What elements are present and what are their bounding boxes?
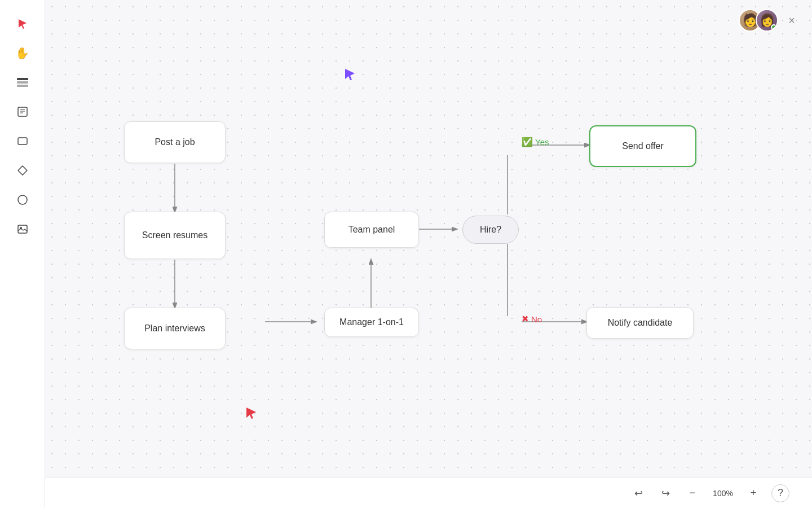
rectangle-tool[interactable] — [10, 129, 35, 154]
svg-point-7 — [18, 195, 27, 204]
circle-tool[interactable] — [10, 187, 35, 212]
note-tool[interactable] — [10, 99, 35, 124]
zoom-in-button[interactable]: + — [744, 484, 762, 502]
bottom-toolbar: ↩ ↪ − 100% + ? — [45, 478, 812, 508]
zoom-level: 100% — [710, 489, 735, 498]
post-a-job-node[interactable]: Post a job — [124, 121, 226, 163]
hand-tool[interactable]: ✋ — [10, 41, 35, 65]
hire-decision-node[interactable]: Hire? — [462, 216, 519, 244]
svg-rect-2 — [17, 81, 28, 84]
table-tool[interactable] — [10, 70, 35, 95]
yes-label: ✅ Yes — [522, 137, 549, 147]
notify-candidate-node[interactable]: Notify candidate — [586, 307, 694, 339]
diamond-tool[interactable] — [10, 158, 35, 183]
redo-button[interactable]: ↪ — [656, 484, 674, 502]
send-offer-node[interactable]: Send offer — [589, 125, 696, 167]
svg-marker-6 — [18, 166, 27, 175]
svg-rect-5 — [18, 138, 27, 144]
plan-interviews-node[interactable]: Plan interviews — [124, 308, 226, 349]
no-label: ✖ No — [522, 314, 542, 324]
svg-rect-1 — [17, 78, 28, 80]
canvas[interactable]: Post a job Screen resumes Plan interview… — [45, 0, 812, 508]
red-cursor-bottom — [245, 406, 257, 423]
svg-marker-0 — [19, 19, 27, 29]
team-panel-node[interactable]: Team panel — [324, 212, 419, 248]
avatars-group: 🧑 👩 — [739, 9, 778, 32]
svg-rect-8 — [18, 225, 27, 233]
avatar-2: 👩 — [756, 9, 778, 32]
manager-1on1-node[interactable]: Manager 1-on-1 — [324, 308, 419, 337]
svg-marker-10 — [345, 69, 355, 80]
close-button[interactable]: × — [783, 11, 801, 29]
left-toolbar: ✋ — [0, 0, 45, 508]
help-button[interactable]: ? — [771, 484, 789, 502]
svg-marker-11 — [246, 408, 256, 419]
undo-button[interactable]: ↩ — [629, 484, 647, 502]
svg-rect-3 — [17, 85, 28, 87]
image-tool[interactable] — [10, 217, 35, 242]
zoom-out-button[interactable]: − — [683, 484, 701, 502]
svg-rect-4 — [18, 107, 27, 116]
purple-cursor-top — [344, 68, 355, 85]
screen-resumes-node[interactable]: Screen resumes — [124, 212, 226, 259]
cursor-tool[interactable] — [10, 11, 35, 36]
online-indicator — [771, 24, 776, 30]
